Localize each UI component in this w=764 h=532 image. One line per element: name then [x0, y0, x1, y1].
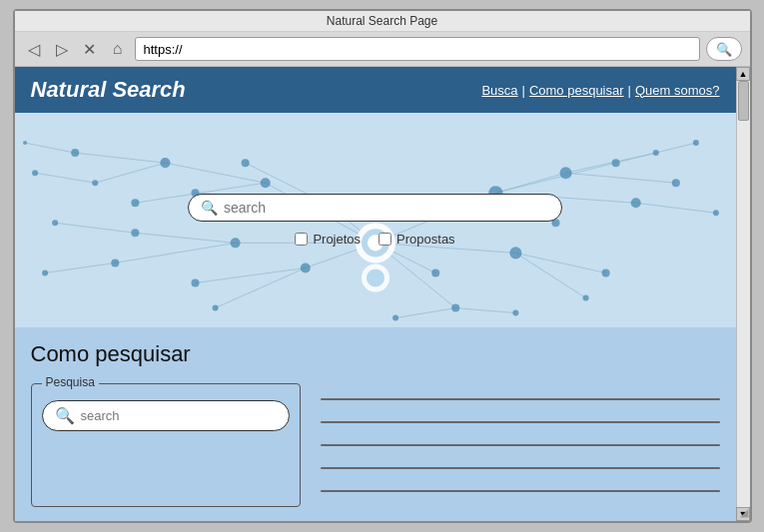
hero-search-container: 🔍 Projetos Propostas: [188, 194, 562, 247]
browser-window: Natural Search Page ◁ ▷ ✕ ⌂ 🔍 Natural Se…: [13, 9, 752, 523]
svg-point-46: [630, 198, 640, 208]
svg-point-60: [512, 310, 518, 316]
page-area: Natural Search Busca | Como pesquisar | …: [15, 67, 736, 521]
resize-corner: ◢: [740, 506, 748, 519]
svg-point-68: [23, 141, 27, 145]
browser-toolbar: ◁ ▷ ✕ ⌂ 🔍: [15, 32, 750, 67]
propostas-label: Propostas: [396, 232, 455, 247]
browser-search-icon: 🔍: [716, 42, 732, 57]
propostas-checkbox-label[interactable]: Propostas: [379, 232, 455, 247]
nav-busca[interactable]: Busca: [481, 83, 517, 98]
text-line-5: [321, 490, 720, 492]
scrollbar: ▲ ▼: [736, 67, 750, 521]
pesquisa-search-box: 🔍: [42, 400, 290, 431]
pesquisa-search-icon: 🔍: [55, 406, 75, 425]
projetos-checkbox[interactable]: [295, 233, 308, 246]
svg-point-37: [431, 268, 439, 276]
how-section: Como pesquisar Pesquisa 🔍: [15, 327, 736, 521]
how-title: Como pesquisar: [31, 341, 720, 367]
page-title: Natural Search Page: [327, 14, 437, 28]
svg-point-66: [52, 220, 58, 226]
svg-point-61: [601, 268, 609, 276]
hero-section: 🔍 Projetos Propostas: [15, 113, 736, 327]
svg-point-40: [509, 247, 521, 259]
svg-point-54: [92, 180, 98, 186]
svg-point-67: [32, 170, 38, 176]
svg-point-45: [611, 159, 619, 167]
svg-point-57: [191, 278, 199, 286]
svg-point-51: [160, 158, 170, 168]
hero-search-icon: 🔍: [201, 200, 218, 216]
svg-point-55: [131, 229, 139, 237]
checkboxes-row: Projetos Propostas: [295, 232, 454, 247]
site-nav: Busca | Como pesquisar | Quem somos?: [481, 83, 719, 98]
nav-como-pesquisar[interactable]: Como pesquisar: [529, 83, 624, 98]
pesquisa-search-input[interactable]: [81, 408, 277, 423]
hero-search-box: 🔍: [188, 194, 562, 222]
svg-point-48: [671, 179, 679, 187]
svg-point-47: [652, 150, 658, 156]
address-bar[interactable]: [135, 37, 700, 61]
text-line-4: [321, 467, 720, 469]
svg-point-53: [71, 149, 79, 157]
how-content: Pesquisa 🔍: [31, 383, 720, 507]
svg-point-39: [451, 304, 459, 312]
scrollbar-thumb[interactable]: [738, 81, 749, 121]
svg-point-41: [260, 178, 270, 188]
pesquisa-label: Pesquisa: [42, 375, 99, 389]
browser-content: Natural Search Busca | Como pesquisar | …: [15, 67, 750, 521]
stop-button[interactable]: ✕: [79, 38, 101, 60]
svg-point-58: [212, 305, 218, 311]
svg-point-52: [131, 199, 139, 207]
svg-point-63: [692, 140, 698, 146]
propostas-checkbox[interactable]: [379, 233, 391, 246]
nav-quem-somos[interactable]: Quem somos?: [635, 83, 720, 98]
scrollbar-up[interactable]: ▲: [736, 67, 750, 81]
svg-point-65: [42, 269, 48, 275]
text-lines-area: [321, 383, 720, 507]
forward-button[interactable]: ▷: [51, 38, 73, 60]
title-bar: Natural Search Page: [15, 11, 750, 32]
text-line-2: [321, 421, 720, 423]
svg-point-56: [111, 259, 119, 266]
text-line-3: [321, 444, 720, 446]
svg-point-59: [392, 315, 398, 321]
svg-point-43: [559, 167, 571, 179]
scrollbar-track[interactable]: [737, 81, 750, 507]
home-button[interactable]: ⌂: [107, 38, 129, 60]
site-logo: Natural Search: [31, 77, 186, 103]
text-line-1: [321, 398, 720, 400]
site-header: Natural Search Busca | Como pesquisar | …: [15, 67, 736, 113]
projetos-label: Projetos: [313, 232, 361, 247]
svg-point-62: [582, 295, 588, 301]
pesquisa-box: Pesquisa 🔍: [31, 383, 301, 507]
svg-point-73: [366, 268, 383, 286]
svg-point-38: [300, 263, 310, 272]
hero-search-input[interactable]: [224, 200, 549, 216]
svg-point-49: [241, 159, 249, 167]
projetos-checkbox-label[interactable]: Projetos: [295, 232, 361, 247]
back-button[interactable]: ◁: [23, 38, 45, 60]
svg-point-64: [712, 210, 718, 216]
browser-search-button[interactable]: 🔍: [706, 37, 742, 61]
